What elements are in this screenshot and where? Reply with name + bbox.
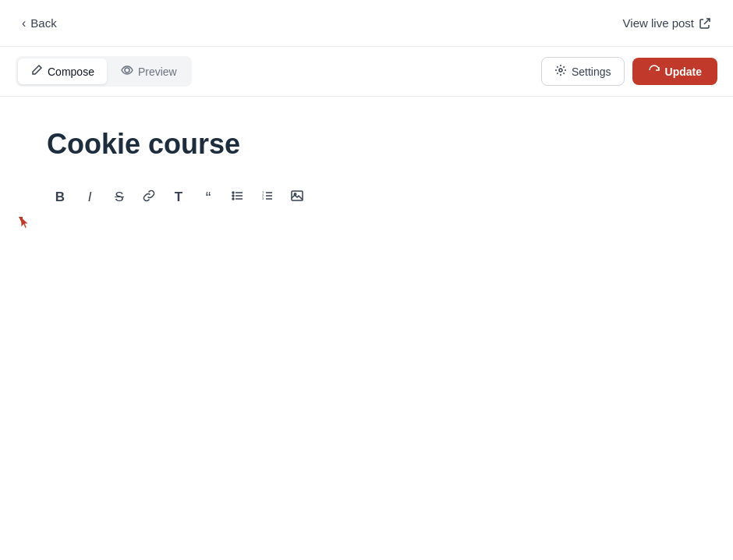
numbered-list-button[interactable]: 1 2 3 [254,184,281,211]
image-button[interactable] [284,184,310,211]
bold-icon: B [55,190,65,205]
bold-button[interactable]: B [47,184,73,211]
svg-point-7 [232,198,234,200]
tab-preview[interactable]: Preview [108,58,189,84]
view-live-post-label: View live post [623,16,694,30]
svg-point-2 [559,69,562,72]
svg-point-5 [232,195,234,197]
quote-icon: “ [206,190,211,205]
back-arrow-icon: ‹ [22,16,26,30]
preview-label: Preview [138,66,177,78]
quote-button[interactable]: “ [195,184,221,211]
tab-compose[interactable]: Compose [18,58,107,84]
svg-point-3 [232,192,234,193]
preview-icon [121,64,133,79]
update-button[interactable]: Update [632,58,717,85]
bullet-list-icon [232,190,244,205]
svg-point-1 [125,68,129,73]
format-toolbar: B I S T “ [47,184,686,211]
svg-text:3: 3 [262,197,264,200]
tab-group: Compose Preview [16,56,192,87]
external-link-icon [699,17,711,30]
main-content: Cookie course B I S T “ [0,97,733,257]
settings-button[interactable]: Settings [541,57,625,86]
update-label: Update [665,66,702,78]
compose-icon [30,64,43,79]
svg-line-0 [704,19,710,24]
heading-icon: T [175,190,182,205]
italic-icon: I [88,190,92,205]
strikethrough-icon: S [115,190,123,205]
heading-button[interactable]: T [165,184,192,211]
italic-button[interactable]: I [76,184,103,211]
view-live-post-button[interactable]: View live post [617,12,717,34]
update-icon [648,64,660,79]
compose-label: Compose [48,66,94,78]
settings-label: Settings [572,66,611,78]
post-title[interactable]: Cookie course [47,128,686,161]
toolbar-row: Compose Preview Settings [0,47,733,97]
settings-icon [554,64,567,79]
back-label: Back [30,16,56,30]
strikethrough-button[interactable]: S [106,184,133,211]
link-icon [143,190,155,205]
image-icon [291,190,303,205]
link-button[interactable] [136,184,162,211]
back-button[interactable]: ‹ Back [16,12,63,35]
top-bar: ‹ Back View live post [0,0,733,47]
bullet-list-button[interactable] [225,184,251,211]
right-actions: Settings Update [541,57,717,86]
numbered-list-icon: 1 2 3 [261,190,274,205]
